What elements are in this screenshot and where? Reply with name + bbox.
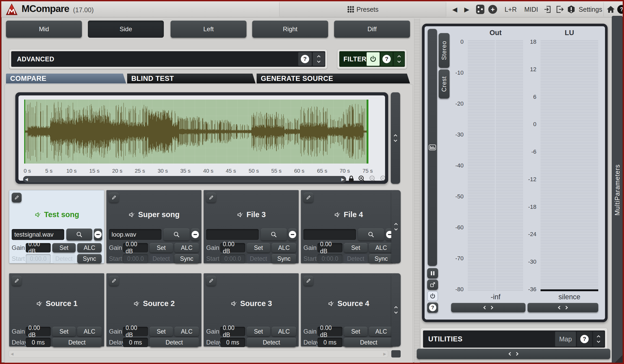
tab-generate-source[interactable]: GENERATE SOURCE — [257, 74, 410, 83]
detect-button[interactable]: Detect — [247, 338, 296, 347]
midi-button[interactable]: MIDI — [521, 3, 541, 15]
browse-file-button[interactable] — [261, 229, 287, 240]
rename-button[interactable] — [206, 193, 216, 203]
set-button[interactable]: Set — [150, 327, 173, 336]
random-preset-button[interactable] — [474, 3, 486, 15]
alc-button[interactable]: ALC — [174, 243, 199, 252]
file-slot-2[interactable]: Super song loop.wav Gain 0.00 dB Set ALC… — [106, 190, 202, 263]
remove-file-button[interactable] — [94, 229, 102, 240]
detect-button[interactable]: Detect — [344, 338, 393, 347]
rename-button[interactable] — [109, 193, 119, 203]
mode-button-right[interactable]: Right — [252, 21, 328, 38]
rename-button[interactable] — [12, 276, 22, 286]
delay-value-field[interactable]: 0 ms — [317, 338, 342, 347]
import-settings-button[interactable] — [542, 3, 554, 15]
channel-mode-button[interactable]: L+R — [502, 3, 520, 15]
out-meter-bar-left[interactable] — [468, 40, 495, 291]
mode-button-diff[interactable]: Diff — [334, 21, 410, 38]
set-button[interactable]: Set — [344, 327, 367, 336]
waveform-scrollbar[interactable]: ◀ ▶ — [23, 176, 346, 183]
mode-button-mid[interactable]: Mid — [6, 21, 82, 38]
sync-button[interactable]: Sync — [369, 254, 393, 263]
filter-help-button[interactable]: ? — [381, 52, 393, 66]
out-meter-range-button[interactable] — [451, 303, 525, 312]
right-panel-resize-handle[interactable] — [417, 349, 610, 359]
gain-value-field[interactable]: 0.00 dB — [26, 243, 51, 252]
detect-button[interactable]: Detect — [52, 338, 102, 347]
tab-compare[interactable]: COMPARE — [6, 74, 126, 83]
scroll-right-arrow-icon[interactable]: ▶ — [383, 352, 386, 356]
home-button[interactable] — [605, 3, 616, 15]
set-button[interactable]: Set — [150, 243, 173, 252]
file-slot-1[interactable]: Test song testsignal.wav Gain 0.00 dB Se… — [9, 190, 104, 263]
set-button[interactable]: Set — [344, 243, 367, 252]
tab-blind-test[interactable]: BLIND TEST — [127, 74, 256, 83]
rename-button[interactable] — [303, 276, 313, 286]
rename-button[interactable] — [12, 193, 22, 203]
utilities-collapse-button[interactable] — [593, 332, 604, 347]
meter-popup-button[interactable] — [427, 280, 438, 290]
browse-file-button[interactable] — [164, 229, 190, 240]
browse-file-button[interactable] — [66, 229, 92, 240]
settings-button[interactable]: Settings — [578, 3, 603, 15]
filter-power-button[interactable] — [367, 52, 380, 66]
sync-button[interactable]: Sync — [174, 254, 199, 263]
source-row-resize-handle[interactable] — [391, 273, 401, 347]
gain-value-field[interactable]: 0.00 dB — [220, 327, 245, 336]
advanced-help-button[interactable]: ? — [298, 52, 312, 66]
source-slot-4[interactable]: Source 4 Gain 0.00 dB Set ALC Delay 0 ms… — [301, 273, 396, 347]
scroll-left-arrow-icon[interactable]: ◀ — [11, 352, 14, 356]
zoom-out-icon[interactable] — [369, 175, 376, 183]
waveform-canvas[interactable] — [24, 100, 368, 164]
window-resize-grip[interactable] — [615, 355, 623, 363]
alc-button[interactable]: ALC — [272, 327, 296, 336]
mode-button-side[interactable]: Side — [88, 21, 164, 38]
multiparameters-strip[interactable]: MultiParameters — [612, 16, 623, 364]
delay-value-field[interactable]: 0 ms — [123, 338, 148, 347]
zoom-fit-icon[interactable] — [380, 175, 387, 183]
sync-button[interactable]: Sync — [272, 254, 296, 263]
gain-value-field[interactable]: 0.00 dB — [220, 243, 245, 252]
rename-button[interactable] — [303, 193, 313, 203]
detect-button[interactable]: Detect — [150, 338, 199, 347]
lu-meter-bar[interactable] — [541, 40, 598, 291]
lock-icon[interactable] — [348, 175, 354, 183]
set-button[interactable]: Set — [247, 243, 270, 252]
meter-mode-strip[interactable] — [428, 29, 437, 266]
rename-button[interactable] — [109, 276, 119, 286]
alc-button[interactable]: ALC — [77, 243, 102, 252]
source-slot-3[interactable]: Source 3 Gain 0.00 dB Set ALC Delay 0 ms… — [204, 273, 299, 347]
set-button[interactable]: Set — [247, 327, 270, 336]
previous-preset-button[interactable]: ◀ — [449, 3, 460, 15]
set-button[interactable]: Set — [52, 243, 76, 252]
gain-value-field[interactable]: 0.00 dB — [26, 327, 51, 336]
file-name-field[interactable]: testsignal.wav — [12, 229, 64, 240]
gain-value-field[interactable]: 0.00 dB — [317, 327, 342, 336]
scroll-right-arrow-icon[interactable]: ▶ — [341, 177, 344, 182]
file-row-resize-handle[interactable] — [391, 190, 401, 263]
map-button[interactable]: Map — [555, 332, 576, 347]
alc-button[interactable]: ALC — [77, 327, 102, 336]
remove-file-button[interactable] — [288, 229, 297, 240]
filter-collapse-button[interactable] — [394, 52, 404, 66]
lu-meter-range-button[interactable] — [528, 303, 598, 312]
alc-button[interactable]: ALC — [369, 327, 393, 336]
mode-button-left[interactable]: Left — [171, 21, 246, 38]
waveform-resize-handle[interactable] — [391, 92, 400, 184]
export-settings-button[interactable] — [554, 3, 566, 15]
content-horizontal-scrollbar[interactable]: ◀ ▶ — [9, 350, 388, 358]
meter-power-button[interactable] — [427, 291, 438, 301]
browse-file-button[interactable] — [358, 229, 384, 240]
remove-file-button[interactable] — [191, 229, 199, 240]
scroll-left-arrow-icon[interactable]: ◀ — [25, 177, 28, 182]
zoom-in-icon[interactable] — [358, 175, 365, 183]
alc-button[interactable]: ALC — [369, 243, 393, 252]
alert-button[interactable] — [566, 3, 577, 15]
presets-button[interactable]: Presets — [347, 3, 381, 15]
file-name-field[interactable]: loop.wav — [109, 229, 161, 240]
file-slot-3[interactable]: File 3 Gain 0.00 dB Set ALC Start 0:00.0… — [204, 190, 299, 263]
next-preset-button[interactable]: ▶ — [461, 3, 472, 15]
source-slot-1[interactable]: Source 1 Gain 0.00 dB Set ALC Delay 0 ms… — [9, 273, 104, 347]
sync-button[interactable]: Sync — [77, 254, 102, 263]
help-button[interactable]: ? — [616, 3, 624, 15]
